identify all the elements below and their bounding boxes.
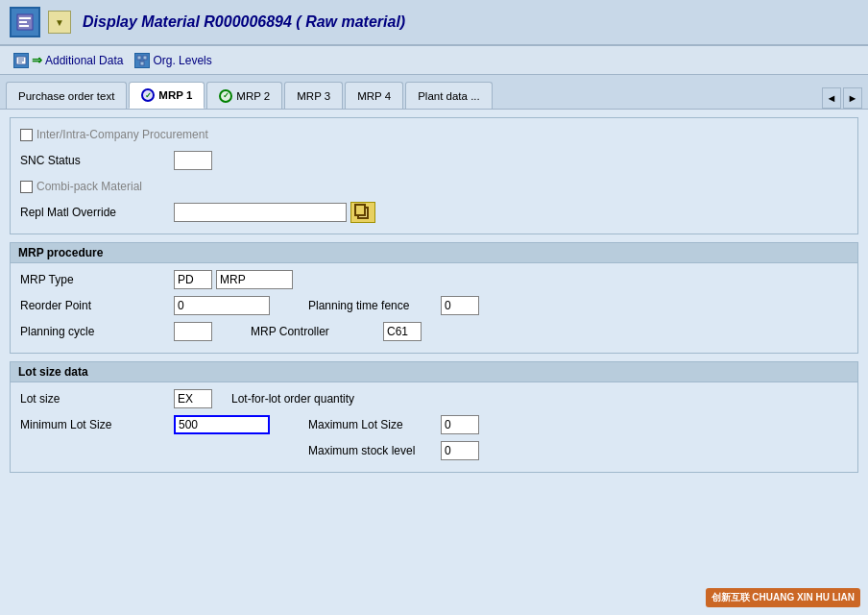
mrp-type-input2[interactable] xyxy=(216,270,293,289)
general-section: Inter/Intra-Company Procurement SNC Stat… xyxy=(10,117,858,234)
additional-data-label: Additional Data xyxy=(45,54,123,67)
lot-size-section: Lot size data Lot size Lot-for-lot order… xyxy=(10,361,858,473)
tab-label-purchase: Purchase order text xyxy=(18,90,114,102)
mrp-controller-input[interactable] xyxy=(383,322,422,341)
additional-data-arrow: ⇒ xyxy=(32,53,42,67)
max-stock-label: Maximum stock level xyxy=(308,444,433,457)
lot-size-label: Lot size xyxy=(20,392,174,406)
copy-btn[interactable] xyxy=(350,202,375,223)
svg-rect-10 xyxy=(140,62,144,65)
mrp-controller-group: MRP Controller xyxy=(251,322,422,341)
max-stock-group: Maximum stock level xyxy=(308,441,479,460)
planning-fence-label: Planning time fence xyxy=(308,299,433,312)
mrp-type-label: MRP Type xyxy=(20,273,174,286)
min-lot-size-label: Minimum Lot Size xyxy=(20,418,174,431)
save-indicator: ▼ xyxy=(48,11,71,34)
tab-next-btn[interactable]: ► xyxy=(843,87,862,109)
title-bar: ▼ Display Material R000006894 ( Raw mate… xyxy=(0,0,868,46)
svg-rect-1 xyxy=(19,17,31,19)
tab-mrp4[interactable]: MRP 4 xyxy=(345,82,403,109)
mrp1-icon: ✓ xyxy=(141,88,155,102)
planning-cycle-row: Planning cycle MRP Controller xyxy=(20,321,848,342)
lot-for-lot-label: Lot-for-lot order quantity xyxy=(231,392,354,406)
repl-matl-row: Repl Matl Override xyxy=(20,202,848,223)
max-lot-size-label: Maximum Lot Size xyxy=(308,418,433,431)
org-levels-btn[interactable]: Org. Levels xyxy=(131,51,215,70)
max-stock-row: Maximum stock level xyxy=(20,440,848,461)
mrp-type-inputs xyxy=(174,270,293,289)
tab-label-mrp4: MRP 4 xyxy=(357,90,391,102)
inter-intra-label: Inter/Intra-Company Procurement xyxy=(36,128,208,141)
combi-pack-label: Combi-pack Material xyxy=(36,180,142,193)
additional-data-icon xyxy=(13,53,29,68)
tab-nav: ◄ ► xyxy=(822,87,862,109)
tab-prev-btn[interactable]: ◄ xyxy=(822,87,841,109)
tab-label-mrp2: MRP 2 xyxy=(236,90,270,102)
tab-mrp2[interactable]: ✓ MRP 2 xyxy=(206,82,282,109)
reorder-point-row: Reorder Point Planning time fence xyxy=(20,295,848,316)
planning-cycle-input[interactable] xyxy=(174,322,212,341)
lot-size-body: Lot size Lot-for-lot order quantity Mini… xyxy=(11,382,857,472)
general-section-body: Inter/Intra-Company Procurement SNC Stat… xyxy=(11,118,857,234)
tab-label-plant: Plant data ... xyxy=(418,90,480,102)
mrp-procedure-body: MRP Type Reorder Point Planning time fen… xyxy=(11,263,857,353)
tab-purchase-order-text[interactable]: Purchase order text xyxy=(6,82,127,109)
lot-size-header: Lot size data xyxy=(11,362,857,382)
planning-fence-group: Planning time fence xyxy=(308,296,479,315)
combi-pack-checkbox[interactable] xyxy=(20,181,33,193)
min-lot-size-row: Minimum Lot Size Maximum Lot Size xyxy=(20,414,848,435)
inter-intra-row: Inter/Intra-Company Procurement xyxy=(20,124,848,145)
page-title: Display Material R000006894 ( Raw materi… xyxy=(83,13,405,31)
lot-size-input[interactable] xyxy=(174,389,212,408)
additional-data-btn[interactable]: ⇒ Additional Data xyxy=(10,51,127,70)
toolbar: ⇒ Additional Data Org. Levels xyxy=(0,46,868,75)
tab-label-mrp1: MRP 1 xyxy=(158,89,192,101)
svg-rect-8 xyxy=(137,56,141,60)
combi-pack-row: Combi-pack Material xyxy=(20,176,848,197)
mrp-procedure-header: MRP procedure xyxy=(11,243,857,263)
org-levels-icon xyxy=(134,53,150,68)
snc-status-row: SNC Status xyxy=(20,150,848,171)
repl-matl-label: Repl Matl Override xyxy=(20,206,174,219)
snc-status-input[interactable] xyxy=(174,151,212,170)
svg-rect-2 xyxy=(19,21,27,23)
lot-size-row: Lot size Lot-for-lot order quantity xyxy=(20,388,848,409)
max-stock-input[interactable] xyxy=(441,441,479,460)
min-lot-size-input[interactable] xyxy=(174,415,270,434)
mrp2-icon: ✓ xyxy=(219,89,232,103)
tab-mrp1[interactable]: ✓ MRP 1 xyxy=(129,82,205,109)
max-lot-size-group: Maximum Lot Size xyxy=(308,415,479,434)
mrp-procedure-section: MRP procedure MRP Type Reorder Point Pla… xyxy=(10,242,858,354)
tab-mrp3[interactable]: MRP 3 xyxy=(284,82,343,109)
tabs-container: Purchase order text ✓ MRP 1 ✓ MRP 2 MRP … xyxy=(0,75,868,110)
mrp-controller-label: MRP Controller xyxy=(251,325,375,338)
inter-intra-checkbox[interactable] xyxy=(20,129,33,141)
watermark: 创新互联 CHUANG XIN HU LIAN xyxy=(706,588,860,607)
planning-cycle-label: Planning cycle xyxy=(20,325,174,338)
max-lot-size-input[interactable] xyxy=(441,415,479,434)
planning-fence-input[interactable] xyxy=(441,296,479,315)
org-levels-label: Org. Levels xyxy=(153,54,211,67)
app-icon xyxy=(10,7,40,37)
tab-label-mrp3: MRP 3 xyxy=(297,90,330,102)
svg-rect-9 xyxy=(143,56,147,60)
repl-matl-input[interactable] xyxy=(174,203,347,222)
mrp-type-input1[interactable] xyxy=(174,270,212,289)
main-content: Inter/Intra-Company Procurement SNC Stat… xyxy=(0,110,868,615)
reorder-point-label: Reorder Point xyxy=(20,299,174,312)
tab-plant-data[interactable]: Plant data ... xyxy=(405,82,493,109)
reorder-point-input[interactable] xyxy=(174,296,270,315)
svg-rect-3 xyxy=(19,25,29,27)
mrp-type-row: MRP Type xyxy=(20,269,848,290)
snc-status-label: SNC Status xyxy=(20,154,174,167)
